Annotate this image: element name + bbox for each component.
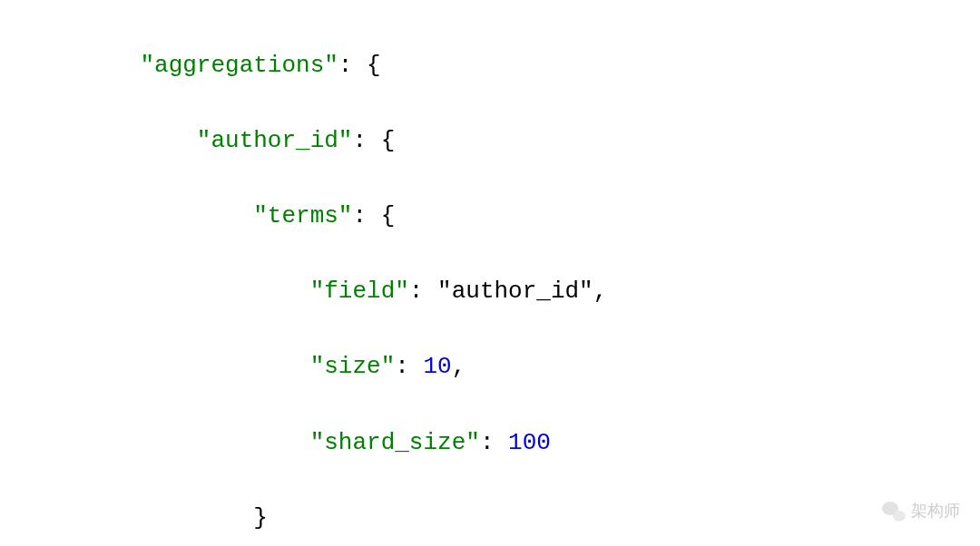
json-value-shard-size: 100 bbox=[508, 429, 551, 456]
json-key-shard-size: "shard_size" bbox=[310, 429, 480, 456]
wechat-icon bbox=[882, 502, 906, 522]
code-line: "terms": { bbox=[83, 198, 980, 236]
watermark-text: 架构师 bbox=[911, 498, 960, 524]
code-line: } bbox=[83, 500, 980, 538]
json-value-size-inner: 10 bbox=[423, 353, 451, 380]
wechat-watermark: 架构师 bbox=[882, 498, 960, 524]
json-value-field: "author_id" bbox=[437, 278, 593, 305]
code-line: "author_id": { bbox=[83, 122, 980, 161]
code-line: "aggregations": { bbox=[83, 47, 980, 85]
code-line: "shard_size": 100 bbox=[83, 424, 980, 463]
json-key-aggregations: "aggregations" bbox=[140, 52, 338, 79]
code-line: "size": 10, bbox=[83, 348, 980, 386]
json-key-size-inner: "size" bbox=[310, 353, 396, 380]
json-key-terms: "terms" bbox=[253, 202, 352, 229]
json-key-field: "field" bbox=[310, 278, 409, 305]
code-line: "field": "author_id", bbox=[83, 273, 980, 311]
json-key-author-id: "author_id" bbox=[197, 127, 353, 154]
json-code-block: "aggregations": { "author_id": { "terms"… bbox=[0, 0, 980, 546]
